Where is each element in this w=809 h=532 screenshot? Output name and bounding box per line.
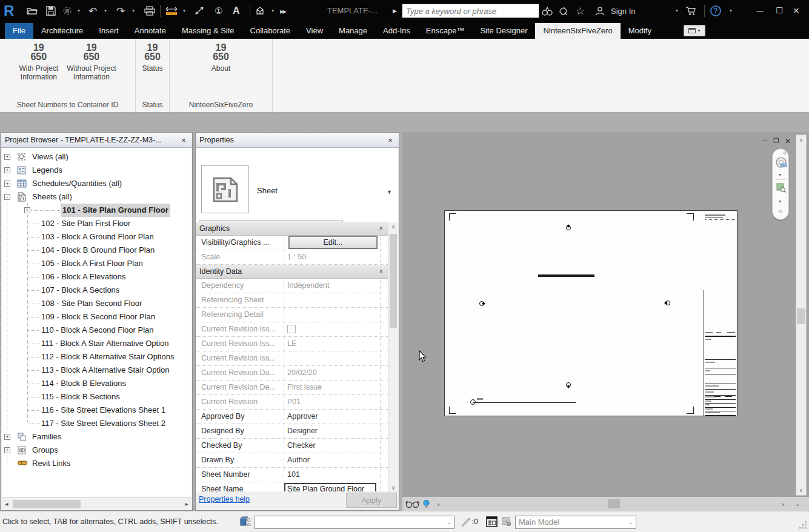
expand-icon[interactable]: + <box>4 434 10 440</box>
properties-help-link[interactable]: Properties help <box>199 495 250 504</box>
view-close-button[interactable]: ✕ <box>785 137 791 145</box>
property-value[interactable]: Author <box>284 453 381 467</box>
expand-icon[interactable]: + <box>4 447 10 453</box>
vscroll-thumb[interactable] <box>797 308 805 324</box>
hscroll-thumb[interactable] <box>608 499 620 508</box>
tab-view[interactable]: View <box>298 23 331 39</box>
tab-annotate[interactable]: Annotate <box>127 23 174 39</box>
elevation-marker[interactable] <box>665 301 670 305</box>
aligned-dimension-icon[interactable] <box>194 5 205 16</box>
tab-insert[interactable]: Insert <box>91 23 127 39</box>
property-value[interactable]: P01 <box>284 395 381 409</box>
close-button[interactable]: × <box>788 0 805 22</box>
section-collapse-icon[interactable]: » <box>375 227 388 230</box>
property-value[interactable]: 1 : 50 <box>284 250 381 264</box>
expand-icon[interactable]: + <box>24 207 30 213</box>
property-value[interactable]: First issue <box>284 381 381 394</box>
undo-icon[interactable]: ↶ <box>88 5 97 16</box>
steering-wheel-2d-button[interactable]: 2D <box>775 156 787 170</box>
tree-item-revit-links[interactable]: Revit Links <box>2 457 191 470</box>
tab-add-ins[interactable]: Add-Ins <box>375 23 418 39</box>
wall-line[interactable] <box>538 274 594 277</box>
tree-item-legends[interactable]: +Legends <box>2 164 191 177</box>
view-vscrollbar[interactable]: ∧ ∨ <box>796 135 807 496</box>
tab-manage[interactable]: Manage <box>331 23 375 39</box>
view-restore-button[interactable]: ❐ <box>773 137 779 145</box>
project-browser-close-icon[interactable]: × <box>179 136 188 145</box>
sheet-item-114[interactable]: 114 - Block B Elevations <box>2 377 191 390</box>
sheet-item-103[interactable]: 103 - Block A Ground Floor Plan <box>2 230 191 244</box>
hscroll-thumb[interactable] <box>13 500 81 508</box>
app-store-cart-icon[interactable] <box>685 5 697 16</box>
sheet-item-113[interactable]: 113 - Block A Alternative Stair Option <box>2 364 191 377</box>
view-minimize-button[interactable]: ─ <box>762 137 767 144</box>
tree-item-sheets-all[interactable]: -Sheets (all) <box>2 190 191 204</box>
sheet-view[interactable] <box>444 210 737 416</box>
sheet-item-109[interactable]: 109 - Block B Second Floor Plan <box>2 310 191 324</box>
active-design-option-select[interactable]: Main Model⌄ <box>515 516 636 529</box>
section-header-graphics[interactable]: Graphics» <box>196 222 389 236</box>
vscroll-thumb[interactable] <box>390 234 397 328</box>
scroll-down-icon[interactable]: ∨ <box>796 487 806 493</box>
redo-icon[interactable]: ↷ <box>116 5 125 16</box>
scroll-down-icon[interactable]: ∨ <box>388 485 398 491</box>
properties-close-icon[interactable]: × <box>385 136 395 145</box>
open-icon[interactable] <box>27 5 38 16</box>
qat-overflow-icon[interactable]: ▸▸ <box>280 5 285 16</box>
search-box[interactable] <box>402 4 539 18</box>
tab-massing-site[interactable]: Massing & Site <box>174 23 242 39</box>
redo-dropdown-caret[interactable]: ▾ <box>132 8 137 13</box>
help-icon[interactable]: ? <box>710 5 721 16</box>
save-icon[interactable] <box>46 5 56 16</box>
workset-select[interactable]: ⌄ <box>255 516 454 529</box>
collapse-icon[interactable]: - <box>4 194 10 200</box>
help-dropdown-caret[interactable]: ▾ <box>730 8 734 13</box>
maximize-button[interactable]: ☐ <box>771 0 788 22</box>
temporary-hide-lightbulb-icon[interactable] <box>422 498 430 510</box>
sheet-item-115[interactable]: 115 - Block B Sections <box>2 390 191 404</box>
elevation-marker[interactable] <box>479 301 484 306</box>
scroll-left-icon[interactable]: ‹ <box>438 498 440 510</box>
print-icon[interactable] <box>144 5 155 16</box>
ribbon-display-toggle[interactable]: ▾ <box>684 25 705 36</box>
minimize-button[interactable]: ─ <box>751 0 768 22</box>
expand-icon[interactable]: + <box>4 154 10 160</box>
reveal-hidden-glasses-icon[interactable] <box>405 498 420 510</box>
expand-icon[interactable]: + <box>4 181 10 187</box>
project-browser-hscrollbar[interactable]: ◂ ▸ <box>2 499 191 510</box>
sheet-item-112[interactable]: 112 - Block B Alternative Stair Options <box>2 350 191 364</box>
tree-item-families[interactable]: +Families <box>2 430 191 444</box>
property-value[interactable] <box>284 308 381 322</box>
sheet-item-106[interactable]: 106 - Block A Elevations <box>2 270 191 284</box>
measure-dropdown-caret[interactable]: ▾ <box>183 8 188 13</box>
sheet-item-110[interactable]: 110 - Block A Second Floor Plan <box>2 324 191 337</box>
tree-item-groups[interactable]: +Groups <box>2 444 191 457</box>
scroll-right-icon[interactable]: ▸ <box>182 499 191 510</box>
property-value[interactable]: 20/02/20 <box>284 366 381 380</box>
sign-in-dropdown-caret[interactable]: ▾ <box>676 8 681 13</box>
tag-icon[interactable]: ① <box>215 5 222 16</box>
sheet-item-111[interactable]: 111 - Block A Stair Alternative Option <box>2 337 191 350</box>
scroll-up-icon[interactable]: ∧ <box>796 137 806 143</box>
worksets-status-icon[interactable] <box>240 516 252 530</box>
design-options-icon[interactable] <box>461 517 470 528</box>
sheet-item-107[interactable]: 107 - Block A Sections <box>2 284 191 297</box>
property-value[interactable]: LE <box>284 337 381 351</box>
tab-collaborate[interactable]: Collaborate <box>242 23 299 39</box>
sheet-item-117[interactable]: 117 - Site Street Elevations Sheet 2 <box>2 417 191 430</box>
property-value[interactable]: Independent <box>284 279 381 293</box>
tree-item-schedules-quantities-all[interactable]: +Schedules/Quantities (all) <box>2 177 191 190</box>
scroll-left-icon[interactable]: ◂ <box>2 499 12 510</box>
status-button[interactable]: 19650Status <box>138 42 167 73</box>
property-value[interactable]: 101 <box>284 468 381 482</box>
wheel-dropdown-caret[interactable]: ▾ <box>779 172 781 178</box>
tree-item-views-all[interactable]: +Views (all) <box>2 150 191 164</box>
elevation-marker[interactable] <box>566 382 571 387</box>
measure-icon[interactable] <box>165 5 178 16</box>
undo-dropdown-caret[interactable]: ▾ <box>104 8 109 13</box>
communication-center-icon[interactable] <box>558 5 569 16</box>
sync-dropdown-caret[interactable]: ▾ <box>78 8 82 13</box>
search-input[interactable] <box>402 4 539 18</box>
tab-site-designer[interactable]: Site Designer <box>472 23 535 39</box>
revision-checkbox[interactable] <box>287 325 296 333</box>
